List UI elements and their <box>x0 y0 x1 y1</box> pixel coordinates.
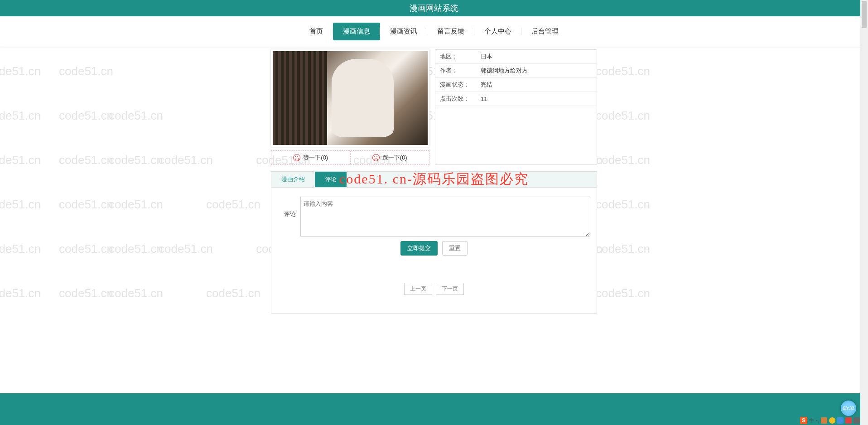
nav-manga-news[interactable]: 漫画资讯 <box>380 23 427 40</box>
site-title: 漫画网站系统 <box>410 4 458 13</box>
smile-icon <box>293 154 300 161</box>
skin-icon[interactable] <box>845 417 852 424</box>
info-row-author: 作者：郭德纲地方给对方 <box>435 64 597 78</box>
info-row-clicks: 点击次数：11 <box>435 92 597 106</box>
manga-cover-image <box>271 49 429 147</box>
nav-admin[interactable]: 后台管理 <box>521 23 569 40</box>
clock-widget[interactable]: 03:33 <box>841 401 856 416</box>
info-panel: 地区：日本 作者：郭德纲地方给对方 漫画状态：完结 点击次数：11 <box>435 49 597 165</box>
nav-user-center[interactable]: 个人中心 <box>474 23 521 40</box>
reset-button[interactable]: 重置 <box>442 241 468 256</box>
info-table: 地区：日本 作者：郭德纲地方给对方 漫画状态：完结 点击次数：11 <box>435 50 597 106</box>
system-tray: S 中 •, <box>800 417 860 424</box>
submit-button[interactable]: 立即提交 <box>400 241 438 256</box>
mic-icon[interactable] <box>837 417 844 424</box>
site-header: 漫画网站系统 <box>0 0 868 16</box>
nav-feedback[interactable]: 留言反馈 <box>427 23 474 40</box>
vote-bar: 赞一下(0) 踩一下(0) <box>271 150 429 165</box>
page-footer <box>0 393 868 425</box>
sad-icon <box>372 154 380 161</box>
prev-page-button[interactable]: 上一页 <box>404 283 432 295</box>
info-row-region: 地区：日本 <box>435 50 597 64</box>
pager: 上一页 下一页 <box>278 283 590 295</box>
tab-intro[interactable]: 漫画介绍 <box>271 172 315 187</box>
vertical-scrollbar[interactable] <box>860 0 868 425</box>
keyboard-icon[interactable] <box>821 417 827 424</box>
tabs-panel: 漫画介绍 评论 评论 立即提交 重置 上一页 下一页 <box>271 171 597 314</box>
toolbox-icon[interactable] <box>854 417 860 424</box>
tray-separator: •, <box>816 418 819 423</box>
emoji-icon[interactable] <box>829 417 835 424</box>
nav-manga-info[interactable]: 漫画信息 <box>333 23 380 40</box>
comment-label: 评论 <box>278 197 296 218</box>
info-row-status: 漫画状态：完结 <box>435 78 597 92</box>
main-nav: 首页 漫画信息 漫画资讯 留言反馈 个人中心 后台管理 <box>0 16 868 47</box>
upvote-button[interactable]: 赞一下(0) <box>271 151 350 164</box>
tab-comment[interactable]: 评论 <box>315 172 347 187</box>
upvote-label: 赞一下(0) <box>303 154 328 162</box>
nav-home[interactable]: 首页 <box>299 23 333 40</box>
downvote-label: 踩一下(0) <box>382 154 407 162</box>
next-page-button[interactable]: 下一页 <box>436 283 464 295</box>
sogou-ime-icon[interactable]: S <box>800 417 807 424</box>
downvote-button[interactable]: 踩一下(0) <box>350 151 429 164</box>
comment-textarea[interactable] <box>300 197 590 237</box>
ime-lang-indicator[interactable]: 中 <box>809 417 814 424</box>
